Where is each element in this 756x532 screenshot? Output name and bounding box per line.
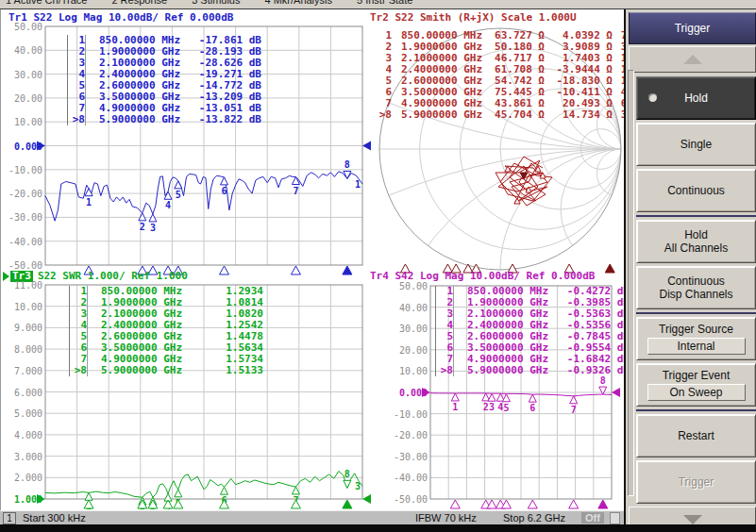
softkey-continuous[interactable]: Continuous (636, 169, 756, 212)
off-badge: Off (581, 512, 604, 524)
y-tick-label: 9.000 (1, 323, 42, 333)
y-tick-label: 20.00 (384, 345, 428, 356)
y-tick-label: -20.00 (384, 430, 428, 441)
marker-f: 5.9000000 GHz (392, 109, 482, 121)
softkey-menu-title: Trigger (629, 12, 756, 44)
svg-text:6: 6 (529, 403, 535, 413)
menu-item-response[interactable]: 2 Response (111, 0, 167, 6)
status-bar: 1 Start 300 kHz IFBW 70 kHz Stop 6.2 GHz… (0, 510, 624, 525)
svg-text:6: 6 (221, 186, 227, 196)
y-tick-label: -40.00 (1, 237, 42, 247)
menu-item-stimulus[interactable]: 3 Stimulus (192, 0, 240, 6)
marker-v: -0.9326 dB (548, 365, 625, 376)
y-tick-label: 20.00 (1, 93, 42, 104)
softkey-label: Trigger (679, 475, 714, 489)
trigger-event-value: On Sweep (647, 384, 746, 401)
svg-text:4: 4 (165, 200, 171, 210)
softkey-label: Single (680, 138, 712, 151)
y-tick-label: 10.00 (1, 302, 42, 312)
y-tick-label: 0.000 (1, 141, 42, 152)
svg-text:5: 5 (176, 190, 181, 200)
marker-v: -13.822 dB (180, 114, 261, 125)
y-tick-label: -30.00 (384, 452, 428, 462)
y-tick-label: 4.000 (1, 430, 42, 441)
softkey-label: Trigger Source (659, 323, 733, 336)
menu-item-instr-state[interactable]: 5 Instr State (357, 0, 412, 6)
softkey-restart[interactable]: Restart (636, 414, 756, 457)
svg-text:3: 3 (489, 402, 495, 412)
tr4-marker-table: 1850.00000 MHz-0.4272 dB21.9000000 GHz-0… (435, 286, 625, 376)
marker-n: >8 (70, 365, 88, 376)
y-tick-label: 10.00 (384, 366, 428, 376)
marker-n: >8 (68, 114, 86, 125)
svg-text:3: 3 (150, 223, 156, 233)
softkey-label-line2: Disp Channels (659, 288, 732, 301)
tr3-marker-table: 1850.00000 MHz1.293421.9000000 GHz1.0814… (69, 286, 263, 376)
y-tick-label: 10.00 (1, 117, 42, 127)
menu-bar: 1 Active Ch/Trace 2 Response 3 Stimulus … (0, 0, 756, 9)
svg-text:2: 2 (483, 402, 489, 412)
svg-text:1: 1 (86, 197, 92, 208)
y-tick-label: 11.00 (1, 280, 42, 291)
svg-text:8: 8 (344, 469, 350, 479)
y-tick-label: 0.000 (384, 388, 428, 398)
marker-f: 5.9000000 GHz (88, 365, 182, 376)
tr3-header-text: S22 SWR 1.000/ Ref 1.000 (38, 271, 188, 282)
sweep-stop-label: Stop 6.2 GHz (503, 512, 565, 524)
svg-text:8: 8 (600, 375, 606, 386)
y-tick-label: -50.00 (1, 260, 42, 271)
softkey-label: Hold (684, 91, 708, 105)
svg-text:7: 7 (571, 405, 577, 415)
svg-text:1: 1 (452, 402, 458, 412)
softkey-label: Restart (678, 429, 714, 442)
y-tick-label: -30.00 (1, 212, 42, 223)
y-tick-label: 8.000 (1, 344, 42, 355)
svg-text:2: 2 (140, 222, 145, 232)
y-tick-label: 2.000 (1, 473, 42, 483)
softkey-label: Hold (684, 228, 708, 241)
y-tick-label: -50.00 (384, 494, 428, 505)
marker-row: >85.9000000 GHz-0.9326 dB (436, 365, 625, 376)
tr2-marker-table: 1850.00000 MHz63.727 Ω4.0392 Ω7521.90000… (375, 30, 625, 121)
marker-f: 5.9000000 GHz (86, 114, 180, 125)
softkey-continuous-disp-channels[interactable]: Continuous Disp Channels (636, 266, 756, 309)
softkey-hold-all-channels[interactable]: Hold All Channels (636, 220, 756, 263)
softkey-label: Continuous (667, 274, 725, 288)
svg-text:4: 4 (497, 402, 503, 412)
softkey-label: Continuous (667, 184, 725, 197)
y-tick-label: 1.000 (1, 494, 42, 505)
radio-dot-icon (648, 93, 657, 102)
up-arrow-icon (683, 55, 702, 64)
y-tick-label: 50.00 (384, 281, 428, 291)
svg-text:3: 3 (355, 481, 361, 491)
softkey-hold[interactable]: Hold (636, 76, 756, 120)
softkey-scroll-up-button[interactable] (629, 46, 756, 73)
active-trace-arrow-icon (3, 272, 9, 281)
display-area: 12345678112345678312345678 Tr1 S22 Log M… (0, 9, 625, 510)
marker-n: >8 (436, 365, 454, 376)
y-tick-label: 30.00 (1, 70, 42, 80)
marker-n: >8 (375, 109, 392, 121)
tr1-marker-table: 1850.00000 MHz-17.861 dB21.9000000 GHz-2… (67, 35, 261, 125)
softkey-label: Trigger Event (663, 369, 731, 382)
softkey-trigger-source[interactable]: Trigger Source Internal (636, 317, 756, 360)
bottom-strip (0, 524, 756, 532)
softkey-single[interactable]: Single (636, 123, 756, 166)
y-tick-label: -40.00 (384, 473, 428, 483)
y-tick-label: 3.000 (1, 452, 42, 462)
softkey-scrollbar[interactable] (628, 70, 634, 496)
marker-f: 5.9000000 GHz (454, 365, 548, 376)
trigger-source-value: Internal (647, 338, 746, 355)
analyzer-screen: 1 Active Ch/Trace 2 Response 3 Stimulus … (0, 0, 756, 532)
y-tick-label: 6.000 (1, 388, 42, 398)
softkey-trigger-event[interactable]: Trigger Event On Sweep (636, 363, 756, 407)
marker-x: 14.734 Ω (545, 109, 613, 121)
down-arrow-icon (683, 515, 702, 524)
y-tick-label: 7.000 (1, 366, 42, 376)
menu-item-mkr-analysis[interactable]: 4 Mkr/Analysis (264, 0, 332, 6)
svg-text:1: 1 (355, 179, 361, 190)
menu-item-active-ch-trace[interactable]: 1 Active Ch/Trace (6, 0, 87, 6)
y-tick-label: 50.00 (1, 22, 42, 32)
status-small-box (610, 512, 620, 524)
y-tick-label: 5.000 (1, 408, 42, 419)
